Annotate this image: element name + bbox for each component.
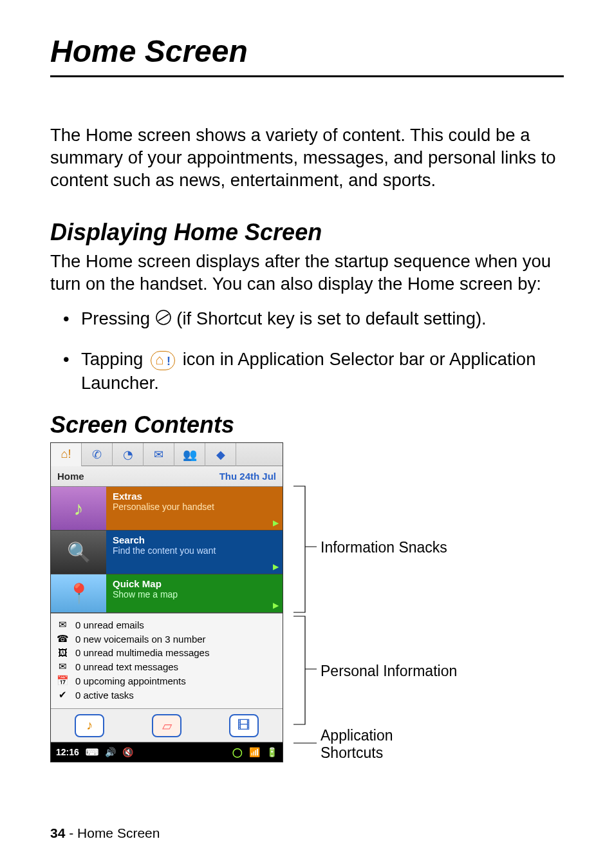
signal-icon: 📶 xyxy=(249,747,260,757)
status-time: 12:16 xyxy=(56,747,79,757)
section-contents-heading: Screen Contents xyxy=(50,411,564,439)
personal-row-tasks[interactable]: ✔0 active tasks xyxy=(56,688,277,702)
footer-section-label: Home Screen xyxy=(77,826,160,840)
personal-sms-text: 0 unread text messages xyxy=(75,661,178,672)
tasks-icon: ✔ xyxy=(56,689,69,701)
page-title: Home Screen xyxy=(50,33,564,77)
battery-icon: 🔋 xyxy=(266,747,277,757)
shortcut-key-icon xyxy=(155,308,172,332)
personal-mms-text: 0 unread multimedia messages xyxy=(75,647,209,658)
section-displaying-heading: Displaying Home Screen xyxy=(50,219,564,246)
title-bar: Home Thu 24th Jul xyxy=(51,466,283,487)
map-thumb-icon: 📍 xyxy=(51,574,106,612)
speaker-icon: 🔊 xyxy=(105,747,116,757)
personal-email-text: 0 unread emails xyxy=(75,619,144,630)
personal-row-email[interactable]: ✉0 unread emails xyxy=(56,618,277,632)
personal-information: ✉0 unread emails ☎0 new voicemails on 3 … xyxy=(51,613,283,709)
bullet1-text-b: (if Shortcut key is set to default setti… xyxy=(176,308,486,328)
section-displaying-body: The Home screen displays after the start… xyxy=(50,250,564,295)
personal-row-voicemail[interactable]: ☎0 new voicemails on 3 number xyxy=(56,632,277,646)
bracket-personal xyxy=(293,615,319,726)
bullet2-text-a: Tapping xyxy=(81,349,148,369)
line-shortcuts xyxy=(293,740,319,746)
phone-tab-icon[interactable]: ✆ xyxy=(82,443,113,466)
personal-appointments-text: 0 upcoming appointments xyxy=(75,675,186,686)
shortcut-music-icon[interactable]: ♪ xyxy=(75,714,104,737)
calendar-icon: 📅 xyxy=(56,675,69,686)
personal-voicemail-text: 0 new voicemails on 3 number xyxy=(75,634,206,645)
device-screenshot: ⌂! ✆ ◔ ✉ 👥 ◆ Home Thu 24th Jul ♪ Extras … xyxy=(50,442,283,762)
information-snacks: ♪ Extras Personalise your handset ▶ 🔍 Se… xyxy=(51,487,283,613)
snack-map-subtitle: Show me a map xyxy=(113,589,276,599)
chevron-right-icon: ▶ xyxy=(273,562,279,571)
snack-search-title: Search xyxy=(113,534,276,545)
keyboard-icon: ⌨ xyxy=(86,747,98,757)
personal-row-sms[interactable]: ✉0 unread text messages xyxy=(56,659,277,674)
snack-extras[interactable]: ♪ Extras Personalise your handset ▶ xyxy=(51,487,283,531)
label-shortcuts-line1: Application xyxy=(321,727,393,744)
extras-thumb-icon: ♪ xyxy=(51,487,106,530)
shortcut-camera-icon[interactable]: ▱ xyxy=(152,714,181,737)
page-footer: 34 - Home Screen xyxy=(50,826,160,841)
bullet-item-tap-home: Tapping icon in Application Selector bar… xyxy=(81,347,564,395)
email-icon: ✉ xyxy=(56,619,69,630)
svg-line-1 xyxy=(158,314,169,321)
home-app-icon xyxy=(151,351,175,370)
sms-icon: ✉ xyxy=(56,661,69,672)
label-application-shortcuts: Application Shortcuts xyxy=(321,727,393,761)
page-number: 34 xyxy=(50,826,65,840)
apps-tab-icon[interactable]: ◆ xyxy=(205,443,236,466)
search-thumb-icon: 🔍 xyxy=(51,531,106,574)
snack-extras-subtitle: Personalise your handset xyxy=(113,502,276,512)
browser-tab-icon[interactable]: ◔ xyxy=(113,443,144,466)
chevron-right-icon: ▶ xyxy=(273,601,279,610)
intro-paragraph: The Home screen shows a variety of conte… xyxy=(50,124,564,192)
mute-icon: 🔇 xyxy=(122,747,133,757)
bullet2-text-b: icon in Application Selector bar or Appl… xyxy=(81,349,535,393)
personal-row-mms[interactable]: 🖼0 unread multimedia messages xyxy=(56,646,277,659)
snack-search[interactable]: 🔍 Search Find the content you want ▶ xyxy=(51,531,283,574)
network-type-icon: ◯ xyxy=(232,747,243,757)
bracket-snacks xyxy=(293,485,319,614)
titlebar-label: Home xyxy=(57,471,84,482)
bullet1-text-a: Pressing xyxy=(81,308,155,328)
footer-sep: - xyxy=(65,826,77,840)
messaging-tab-icon[interactable]: ✉ xyxy=(144,443,174,466)
personal-row-appointments[interactable]: 📅0 upcoming appointments xyxy=(56,674,277,688)
voicemail-icon: ☎ xyxy=(56,633,69,645)
label-shortcuts-line2: Shortcuts xyxy=(321,744,383,761)
label-information-snacks: Information Snacks xyxy=(321,539,447,556)
chevron-right-icon: ▶ xyxy=(273,518,279,527)
titlebar-date: Thu 24th Jul xyxy=(219,471,276,482)
snack-map-title: Quick Map xyxy=(113,578,276,589)
application-shortcuts: ♪ ▱ 🎞 xyxy=(51,709,283,742)
status-bar: 12:16 ⌨ 🔊 🔇 ◯ 📶 🔋 xyxy=(51,742,283,762)
snack-extras-title: Extras xyxy=(113,491,276,502)
label-personal-information: Personal Information xyxy=(321,663,457,679)
bullet-list: Pressing (if Shortcut key is set to defa… xyxy=(50,307,564,395)
contacts-tab-icon[interactable]: 👥 xyxy=(174,443,205,466)
home-tab-icon[interactable]: ⌂! xyxy=(51,443,82,466)
snack-search-subtitle: Find the content you want xyxy=(113,545,276,556)
shortcut-video-icon[interactable]: 🎞 xyxy=(229,714,259,737)
bullet-item-press-shortcut: Pressing (if Shortcut key is set to defa… xyxy=(81,307,564,332)
app-selector-bar[interactable]: ⌂! ✆ ◔ ✉ 👥 ◆ xyxy=(51,443,283,466)
mms-icon: 🖼 xyxy=(56,647,69,658)
personal-tasks-text: 0 active tasks xyxy=(75,690,134,701)
snack-quick-map[interactable]: 📍 Quick Map Show me a map ▶ xyxy=(51,574,283,613)
